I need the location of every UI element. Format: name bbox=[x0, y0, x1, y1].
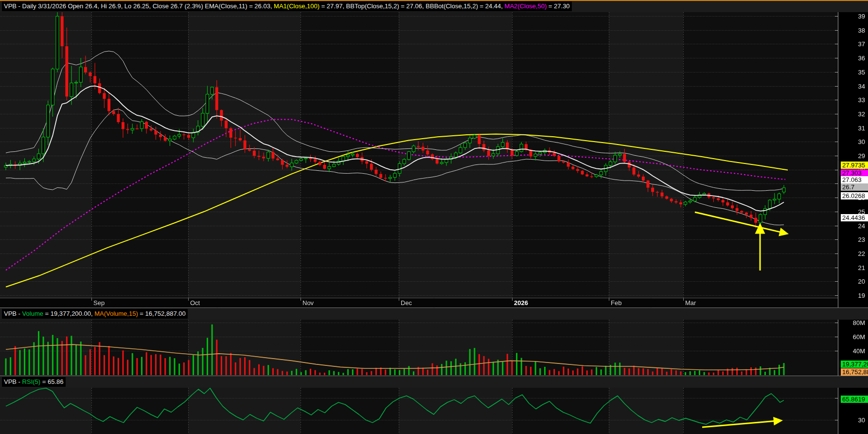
charting-application: VPB - Daily 3/31/2026 Open 26.4, Hi 26.9… bbox=[0, 0, 868, 434]
chart-canvas[interactable] bbox=[0, 0, 868, 434]
